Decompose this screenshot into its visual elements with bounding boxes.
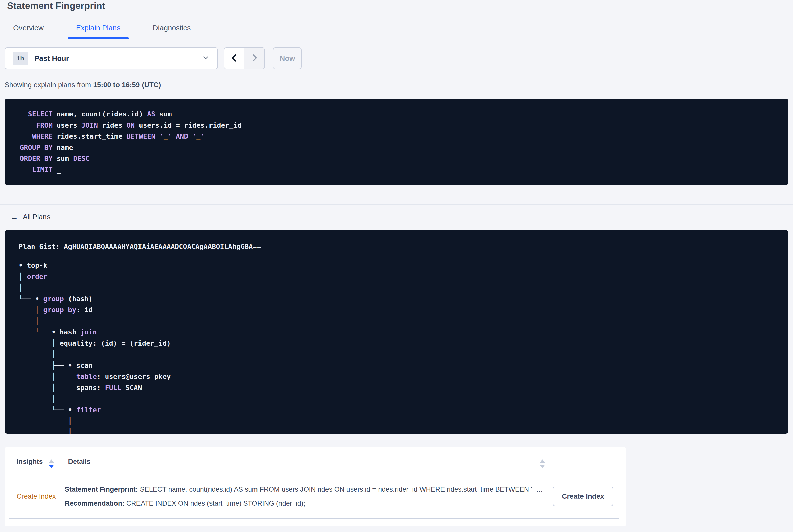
sql-statement-panel: SELECT name, count(rides.id) AS sum FROM… <box>4 98 789 185</box>
column-header-insights[interactable]: Insights <box>17 458 43 469</box>
recommendation-value: CREATE INDEX ON rides (start_time) STORI… <box>124 500 305 507</box>
time-range-dropdown[interactable]: 1h Past Hour <box>4 48 218 69</box>
sort-down-arrow <box>49 464 54 468</box>
statement-fingerprint-label: Statement Fingerprint: <box>65 486 138 493</box>
chevron-right-icon <box>250 53 259 64</box>
arrow-left-icon: ← <box>10 213 18 221</box>
insights-table-header: Insights Details <box>4 447 626 469</box>
recommendation-label: Recommendation: <box>65 500 125 507</box>
tab-overview[interactable]: Overview <box>13 24 44 39</box>
details-cell: Statement Fingerprint: SELECT name, coun… <box>65 485 543 508</box>
statement-fingerprint-value: SELECT name, count(rides.id) AS sum FROM… <box>138 486 543 493</box>
now-button[interactable]: Now <box>273 48 302 69</box>
sort-up-arrow <box>540 459 545 463</box>
insights-table-card: Insights Details Create Index Statement … <box>4 447 626 526</box>
chevron-down-icon <box>202 54 210 63</box>
row-divider <box>8 518 619 519</box>
sort-icon[interactable] <box>540 459 545 468</box>
statement-fingerprint-page: Statement Fingerprint Overview Explain P… <box>0 0 793 532</box>
plan-gist-panel: Plan Gist: AgHUAQIABQAAAAHYAQIAiAEAAAADC… <box>4 230 789 434</box>
create-index-button[interactable]: Create Index <box>553 487 613 506</box>
time-controls: 1h Past Hour Now <box>4 48 793 69</box>
next-interval-button[interactable] <box>244 48 264 69</box>
showing-plans-caption: Showing explain plans from 15:00 to 16:5… <box>4 81 793 89</box>
section-divider <box>0 204 793 205</box>
chevron-left-icon <box>230 53 239 64</box>
all-plans-back-link[interactable]: ← All Plans <box>10 213 50 221</box>
plan-tree: • top-k │ order │ └── • group (hash) │ g… <box>19 260 783 434</box>
create-index-link[interactable]: Create Index <box>17 493 56 500</box>
tab-bar: Overview Explain Plans Diagnostics <box>0 24 793 39</box>
sort-down-arrow <box>540 464 545 468</box>
previous-interval-button[interactable] <box>224 48 244 69</box>
tab-diagnostics[interactable]: Diagnostics <box>153 24 191 39</box>
table-row: Create Index Statement Fingerprint: SELE… <box>4 473 626 508</box>
sql-statement-code: SELECT name, count(rides.id) AS sum FROM… <box>20 109 783 175</box>
caption-prefix: Showing explain plans from <box>4 81 93 89</box>
sort-desc-icon[interactable] <box>49 459 54 468</box>
caption-time-range: 15:00 to 16:59 (UTC) <box>93 81 161 89</box>
sort-up-arrow <box>49 459 54 463</box>
time-range-label: Past Hour <box>34 54 69 63</box>
page-title: Statement Fingerprint <box>0 0 793 11</box>
statement-fingerprint-line: Statement Fingerprint: SELECT name, coun… <box>65 485 543 494</box>
all-plans-label: All Plans <box>23 213 50 221</box>
time-pager <box>224 48 265 69</box>
column-header-details[interactable]: Details <box>68 458 91 469</box>
tab-explain-plans[interactable]: Explain Plans <box>76 24 120 39</box>
time-range-badge: 1h <box>13 52 28 65</box>
recommendation-line: Recommendation: CREATE INDEX ON rides (s… <box>65 499 543 508</box>
plan-gist-text: Plan Gist: AgHUAQIABQAAAAHYAQIAiAEAAAADC… <box>19 242 783 251</box>
